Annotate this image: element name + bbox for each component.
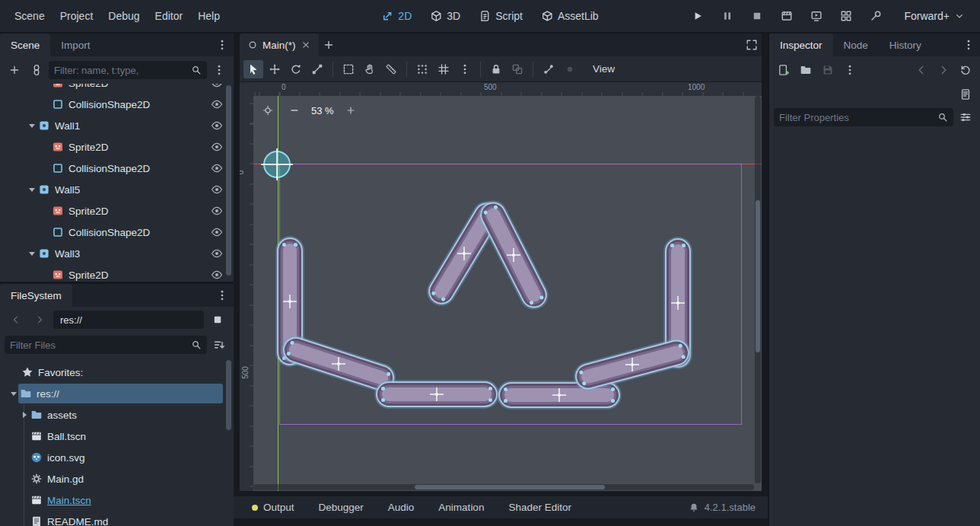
visibility-eye-icon[interactable] (211, 247, 223, 260)
movie-maker-button[interactable] (777, 7, 797, 25)
bottom-panel-output[interactable]: Output (252, 502, 294, 513)
collapse-arrow-icon[interactable] (8, 387, 20, 400)
tab-scene[interactable]: Scene (0, 33, 50, 56)
wall-capsule-bottom-1[interactable] (376, 381, 498, 407)
shape-handle-dot[interactable] (611, 387, 615, 391)
fs-item-icon-svg[interactable]: icon.svg (0, 447, 234, 468)
stop-button[interactable] (747, 7, 767, 25)
play-button[interactable] (688, 7, 708, 25)
node-transform-gizmo-icon[interactable] (506, 247, 521, 263)
scene-tree-scrollbar[interactable] (226, 85, 231, 276)
history-forward-icon[interactable] (934, 61, 953, 79)
scene-extra-menu-button[interactable] (209, 61, 229, 79)
visibility-eye-icon[interactable] (211, 162, 223, 174)
shape-handle-dot[interactable] (582, 381, 587, 386)
node-transform-gizmo-icon[interactable] (282, 294, 298, 309)
shape-handle-dot[interactable] (441, 297, 446, 302)
tab-import[interactable]: Import (50, 33, 100, 56)
fs-item-main-tscn[interactable]: Main.tscn (0, 489, 234, 511)
shape-handle-dot[interactable] (670, 244, 674, 247)
menu-help[interactable]: Help (191, 6, 227, 26)
visibility-eye-icon[interactable] (211, 141, 223, 153)
node-transform-gizmo-icon[interactable] (429, 387, 444, 402)
bottom-panel-animation[interactable]: Animation (438, 502, 484, 513)
scene-node-collisionshape2d[interactable]: CollisionShape2D (0, 94, 234, 115)
dock-menu-icon[interactable] (957, 39, 980, 51)
shape-handle-dot[interactable] (504, 387, 508, 391)
history-back-icon[interactable] (912, 61, 931, 79)
current-path-field[interactable]: res:// (53, 311, 204, 329)
notification-bell-icon[interactable] (689, 502, 699, 513)
rotate-tool-button[interactable] (286, 60, 306, 78)
scene-node-wall1[interactable]: Wall1 (0, 115, 234, 136)
toggle-split-mode-icon[interactable] (208, 311, 228, 329)
sort-files-icon[interactable] (209, 336, 229, 354)
dock-menu-icon[interactable] (211, 39, 234, 51)
scene-tab-main[interactable]: Main(*) (240, 33, 319, 56)
tab-history[interactable]: History (879, 33, 932, 56)
scene-node-wall3[interactable]: Wall3 (0, 243, 234, 264)
ruler-button[interactable] (381, 60, 401, 78)
list-select-button[interactable] (339, 60, 358, 78)
zoom-in-icon[interactable] (341, 101, 361, 120)
open-docs-icon[interactable] (956, 85, 975, 104)
property-tools-icon[interactable] (956, 108, 975, 126)
menu-project[interactable]: Project (53, 6, 100, 26)
bone-button[interactable] (539, 60, 558, 78)
shape-handle-dot[interactable] (682, 244, 686, 247)
new-resource-button[interactable] (774, 61, 794, 79)
scene-node-collisionshape2d[interactable]: CollisionShape2D (0, 158, 234, 179)
play-scene-button[interactable] (807, 7, 826, 25)
dock-menu-icon[interactable] (211, 289, 234, 301)
fs-item-ball-tscn[interactable]: Ball.tscn (0, 426, 234, 447)
vscroll-thumb[interactable] (756, 200, 760, 352)
collapse-arrow-icon[interactable] (26, 183, 38, 196)
workspace-assetlib[interactable]: AssetLib (533, 6, 606, 26)
scene-filter-box[interactable] (49, 61, 207, 79)
menu-dots-button[interactable] (455, 60, 475, 78)
visibility-eye-icon[interactable] (211, 183, 223, 196)
inspector-filter-input[interactable] (779, 112, 934, 123)
menu-editor[interactable]: Editor (148, 6, 190, 26)
pause-button[interactable] (718, 7, 737, 25)
menu-debug[interactable]: Debug (101, 6, 146, 26)
origin-gizmo[interactable] (263, 151, 291, 178)
view-menu-button[interactable]: View (584, 61, 623, 77)
close-icon[interactable] (301, 40, 311, 50)
bottom-panel-shader-editor[interactable]: Shader Editor (508, 502, 571, 513)
fs-item-main-gd[interactable]: Main.gd (0, 468, 234, 489)
load-resource-button[interactable] (796, 61, 816, 79)
tab-node[interactable]: Node (833, 33, 879, 56)
workspace-2d[interactable]: 2D (374, 6, 419, 26)
scene-node-sprite2d[interactable]: Sprite2D (0, 136, 234, 158)
shape-handle-dot[interactable] (504, 399, 508, 403)
scene-node-sprite2d[interactable]: Sprite2D (0, 264, 234, 282)
renderer-tools-button[interactable] (866, 7, 886, 25)
select-tool-button[interactable] (243, 60, 263, 78)
shape-handle-dot[interactable] (286, 351, 291, 355)
file-tree-scrollbar[interactable] (226, 360, 231, 430)
workspace-script[interactable]: Script (471, 6, 530, 26)
shape-handle-dot[interactable] (681, 355, 686, 359)
shape-handle-dot[interactable] (282, 243, 286, 247)
pan-button[interactable] (360, 60, 380, 78)
shape-handle-dot[interactable] (539, 295, 545, 300)
scale-tool-button[interactable] (307, 60, 327, 78)
smart-snap-button[interactable] (412, 60, 432, 78)
visibility-eye-icon[interactable] (211, 226, 223, 238)
move-tool-button[interactable] (265, 60, 285, 78)
new-scene-tab-button[interactable] (319, 36, 339, 54)
nav-back-icon[interactable] (6, 311, 26, 329)
node-transform-gizmo-icon[interactable] (670, 295, 686, 311)
expand-viewport-icon[interactable] (742, 36, 762, 54)
shape-handle-dot[interactable] (386, 371, 390, 376)
dot-button[interactable] (560, 60, 580, 78)
add-node-button[interactable] (5, 61, 24, 79)
shape-handle-dot[interactable] (611, 399, 615, 403)
shape-handle-dot[interactable] (678, 343, 682, 348)
node-transform-gizmo-icon[interactable] (457, 246, 472, 261)
file-filter-input[interactable] (10, 340, 188, 351)
visibility-eye-icon[interactable] (211, 269, 223, 281)
scene-node-wall5[interactable]: Wall5 (0, 179, 234, 200)
shape-handle-dot[interactable] (294, 243, 298, 247)
